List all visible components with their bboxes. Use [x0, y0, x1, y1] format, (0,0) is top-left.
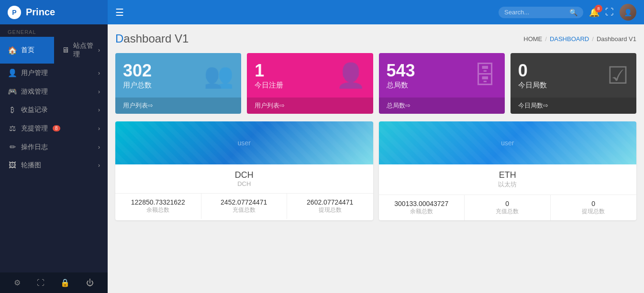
eth-charge-label: 充值总数	[469, 207, 545, 216]
panel-eth-title: ETH	[387, 170, 629, 180]
eth-stat-charge: 0 充值总数	[465, 195, 551, 220]
sidebar-item-withdraw[interactable]: ⚖ 充提管理 8 ›	[0, 119, 108, 138]
panel-dch-image: user	[115, 121, 373, 164]
topbar: ☰ 🔍 🔔 8 ⛶ 👤	[108, 0, 644, 24]
arrow-icon-5: ›	[98, 125, 100, 132]
edit-icon: ✏	[8, 142, 17, 152]
image-icon: 🖼	[8, 161, 17, 170]
stat-label-games: 总局数	[387, 81, 415, 90]
lock-icon[interactable]: 🔒	[60, 278, 70, 287]
stat-card-users: 302 用户总数 👥 用户列表⇨	[115, 53, 241, 114]
panel-dch-stats: 122850.73321622 余额总数 2452.07724471 充值总数 …	[115, 193, 373, 219]
arrow-icon-4: ›	[98, 107, 100, 113]
monitor-icon: 🖥	[62, 46, 69, 54]
panel-dch-info: DCH DCH	[115, 164, 373, 193]
dch-charge-label: 充值总数	[206, 206, 282, 214]
stats-row: 302 用户总数 👥 用户列表⇨ 1 今日注册 👤 用户列表⇨	[115, 53, 636, 114]
stat-card-today-reg: 1 今日注册 👤 用户列表⇨	[247, 53, 373, 114]
panel-eth-info: ETH 以太坊	[379, 164, 637, 195]
breadcrumb-current: Dashboard V1	[597, 35, 636, 43]
dch-withdraw-label: 提现总数	[292, 206, 368, 214]
panel-dch: user DCH DCH 122850.73321622 余额总数 2452.0…	[115, 121, 373, 220]
stat-link-today[interactable]: 今日局数⇨	[511, 98, 636, 114]
sidebar-item-site-manage[interactable]: 🖥 站点管理 ›	[54, 37, 108, 64]
home-icon: 🏠	[8, 46, 17, 55]
eth-balance-value: 300133.00043727	[384, 200, 460, 207]
fullscreen-btn[interactable]: ⛶	[605, 7, 614, 17]
sidebar-section-label: GENERAL	[0, 24, 108, 37]
panel-eth: user ETH 以太坊 300133.00043727 余额总数 0 充值总数	[379, 121, 637, 220]
stat-number-reg: 1	[255, 61, 283, 81]
stat-link-games[interactable]: 总局数⇨	[379, 98, 505, 114]
bitcoin-icon: ₿	[8, 106, 17, 114]
users-icon: 👥	[204, 62, 233, 89]
search-input[interactable]	[504, 9, 566, 16]
stat-link-users[interactable]: 用户列表⇨	[115, 98, 241, 114]
sidebar-footer: ⚙ ⛶ 🔒 ⏻	[0, 272, 108, 293]
panel-eth-image: user	[379, 121, 637, 164]
search-bar[interactable]: 🔍	[499, 7, 583, 18]
settings-icon[interactable]: ⚙	[14, 278, 21, 287]
arrow-icon-6: ›	[98, 144, 100, 151]
arrow-icon-7: ›	[98, 162, 100, 169]
panel-dch-image-label: user	[238, 139, 251, 147]
user-icon: 👤	[8, 68, 17, 77]
sidebar-item-income[interactable]: ₿ 收益记录 ›	[0, 101, 108, 119]
sidebar: P Prince GENERAL 🏠 首页 🖥 站点管理 › 👤 用户管理 › …	[0, 0, 108, 293]
sidebar-item-game-manage[interactable]: 🎮 游戏管理 ›	[0, 82, 108, 101]
scale-icon: ⚖	[8, 124, 17, 133]
fullscreen-icon[interactable]: ⛶	[37, 279, 44, 287]
hamburger-icon[interactable]: ☰	[115, 7, 124, 18]
stat-link-reg[interactable]: 用户列表⇨	[247, 98, 373, 114]
sidebar-item-banner[interactable]: 🖼 轮播图 ›	[0, 156, 108, 174]
stat-label-users: 用户总数	[123, 81, 152, 90]
stat-label-today: 今日局数	[518, 81, 547, 90]
stat-label-reg: 今日注册	[255, 81, 283, 90]
power-icon[interactable]: ⏻	[86, 279, 94, 287]
page-title-row: Dashboard V1 HOME / DASHBOARD / Dashboar…	[115, 32, 636, 45]
sidebar-top-row: 🏠 首页 🖥 站点管理 ›	[0, 37, 108, 64]
breadcrumb-sep1: /	[545, 35, 547, 43]
breadcrumb-section: DASHBOARD	[550, 35, 589, 43]
dch-withdraw-value: 2602.07724471	[292, 198, 368, 206]
eth-balance-label: 余额总数	[384, 207, 460, 216]
reg-icon: 👤	[336, 62, 366, 89]
sidebar-header: P Prince	[0, 0, 108, 24]
check-icon: ☑	[607, 62, 629, 89]
db-icon: 🗄	[473, 62, 497, 89]
eth-withdraw-label: 提现总数	[555, 207, 632, 216]
app-logo: P	[8, 6, 21, 19]
stat-card-today-games: 0 今日局数 ☑ 今日局数⇨	[511, 53, 636, 114]
dch-charge-value: 2452.07724471	[206, 198, 282, 206]
page-title: Dashboard V1	[115, 32, 189, 45]
withdraw-badge: 8	[53, 125, 60, 131]
notification-badge: 8	[595, 5, 602, 12]
stat-number-today: 0	[518, 61, 547, 81]
eth-withdraw-value: 0	[555, 200, 632, 207]
sidebar-item-home[interactable]: 🏠 首页	[0, 37, 54, 64]
dch-stat-balance: 122850.73321622 余额总数	[115, 194, 201, 219]
dch-balance-value: 122850.73321622	[120, 198, 196, 206]
main-area: ☰ 🔍 🔔 8 ⛶ 👤 Dashboard V1 HOME / DASHBOAR…	[108, 0, 644, 293]
panel-eth-subtitle: 以太坊	[387, 180, 629, 189]
arrow-icon-3: ›	[98, 88, 100, 95]
sidebar-item-user-manage[interactable]: 👤 用户管理 ›	[0, 64, 108, 82]
eth-charge-value: 0	[469, 200, 545, 207]
panel-eth-image-label: user	[501, 139, 514, 147]
notification-btn[interactable]: 🔔 8	[589, 7, 600, 18]
game-icon: 🎮	[8, 87, 17, 96]
panels-row: user DCH DCH 122850.73321622 余额总数 2452.0…	[115, 121, 636, 220]
stat-number-games: 543	[387, 61, 415, 81]
breadcrumb: HOME / DASHBOARD / Dashboard V1	[523, 35, 636, 43]
breadcrumb-home: HOME	[523, 35, 542, 43]
app-title: Prince	[26, 7, 55, 18]
arrow-icon-2: ›	[98, 70, 100, 76]
panel-eth-stats: 300133.00043727 余额总数 0 充值总数 0 提现总数	[379, 195, 637, 220]
eth-stat-withdraw: 0 提现总数	[551, 195, 637, 220]
arrow-icon: ›	[98, 47, 100, 54]
sidebar-item-oplog[interactable]: ✏ 操作日志 ›	[0, 138, 108, 156]
eth-stat-balance: 300133.00043727 余额总数	[379, 195, 465, 220]
dch-stat-withdraw: 2602.07724471 提现总数	[287, 194, 373, 219]
user-avatar[interactable]: 👤	[620, 4, 636, 21]
breadcrumb-sep2: /	[592, 35, 594, 43]
